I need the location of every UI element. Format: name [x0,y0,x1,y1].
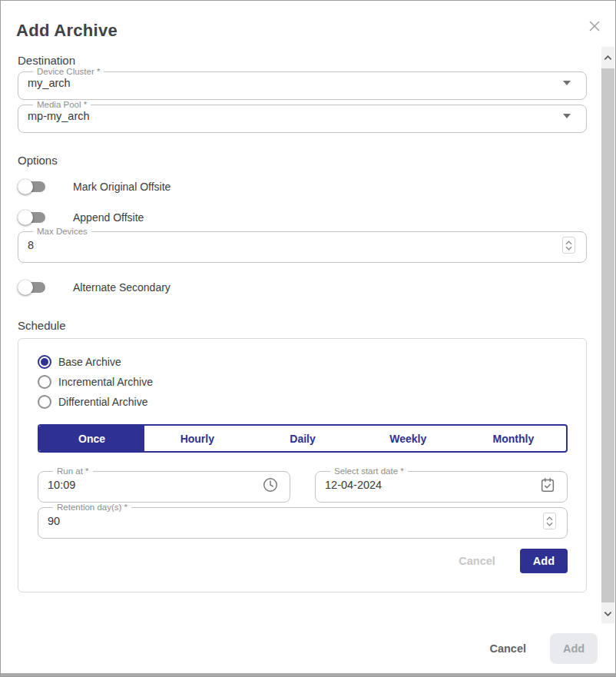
modal-bottom-edge [1,673,615,676]
toggle-thumb [18,179,33,194]
max-devices-field[interactable]: Max Devices 8 [18,227,587,263]
modal-header: Add Archive [1,1,615,47]
incremental-archive-radio[interactable] [38,375,51,389]
tab-weekly[interactable]: Weekly [356,426,461,451]
toggle-row-mark-original-offsite: Mark Original Offsite [18,178,587,196]
toggle-label: Mark Original Offsite [73,181,171,193]
media-pool-select[interactable]: Media Pool * mp-my_arch [18,100,587,133]
calendar-icon[interactable] [539,476,556,493]
device-cluster-value: my_arch [28,77,563,89]
toggle-thumb [18,210,33,225]
page-title: Add Archive [16,21,118,41]
tab-monthly[interactable]: Monthly [461,426,566,451]
toggle-label: Alternate Secondary [73,281,171,294]
modal-body: Destination Device Cluster * my_arch Med… [1,47,603,625]
frequency-tabbar: Once Hourly Daily Weekly Monthly [38,424,568,453]
add-button[interactable]: Add [550,633,598,664]
max-devices-value: 8 [28,239,562,251]
start-date-field[interactable]: Select start date * 12-04-2024 [315,466,568,503]
toggle-row-append-offsite: Append Offsite [18,208,587,227]
max-devices-label: Max Devices [33,227,91,236]
retention-days-label: Retention day(s) * [53,503,131,512]
run-at-field[interactable]: Run at * 10:09 [38,466,290,503]
cancel-button[interactable]: Cancel [485,642,531,655]
append-offsite-toggle[interactable] [18,208,62,227]
media-pool-label: Media Pool * [33,100,91,109]
run-at-label: Run at * [53,466,93,476]
schedule-cancel-button[interactable]: Cancel [454,554,500,568]
scrollbar-up-icon[interactable] [601,47,614,68]
run-at-value: 10:09 [48,479,262,491]
device-cluster-label: Device Cluster * [33,67,104,76]
options-heading: Options [18,154,587,167]
scrollbar-thumb[interactable] [601,68,614,602]
clock-icon[interactable] [262,476,279,493]
start-date-label: Select start date * [330,466,408,476]
dropdown-arrow-icon [563,114,571,118]
retention-days-value: 90 [48,515,543,527]
radio-label: Differential Archive [58,396,147,408]
start-date-value: 12-04-2024 [325,479,539,491]
modal-footer: Cancel Add [1,623,615,673]
close-icon[interactable] [586,18,603,35]
destination-heading: Destination [18,54,587,67]
retention-days-field[interactable]: Retention day(s) * 90 [38,503,568,539]
base-archive-radio[interactable] [38,355,51,369]
media-pool-value: mp-my_arch [28,110,563,122]
schedule-actions: Cancel Add [38,549,568,573]
toggle-row-alternate-secondary: Alternate Secondary [18,278,587,297]
scrollbar[interactable] [601,47,614,625]
number-spinner[interactable] [562,237,575,254]
radio-row-differential-archive: Differential Archive [38,395,568,409]
tab-hourly[interactable]: Hourly [144,426,250,451]
scrollbar-down-icon[interactable] [601,603,614,625]
schedule-add-button[interactable]: Add [520,549,568,573]
radio-label: Incremental Archive [58,376,153,388]
mark-original-offsite-toggle[interactable] [18,178,62,196]
toggle-thumb [18,280,33,295]
radio-row-base-archive: Base Archive [38,355,568,369]
alternate-secondary-toggle[interactable] [18,278,62,297]
differential-archive-radio[interactable] [38,395,51,409]
number-spinner[interactable] [543,513,556,529]
schedule-heading: Schedule [18,319,587,332]
tab-once[interactable]: Once [39,426,144,451]
tab-daily[interactable]: Daily [250,426,355,451]
device-cluster-select[interactable]: Device Cluster * my_arch [18,67,587,100]
dropdown-arrow-icon [563,81,571,85]
time-date-row: Run at * 10:09 Select start date * 12-04… [38,466,568,503]
toggle-label: Append Offsite [73,211,144,224]
schedule-panel: Base Archive Incremental Archive Differe… [18,338,587,592]
radio-label: Base Archive [58,356,121,368]
radio-row-incremental-archive: Incremental Archive [38,375,568,389]
